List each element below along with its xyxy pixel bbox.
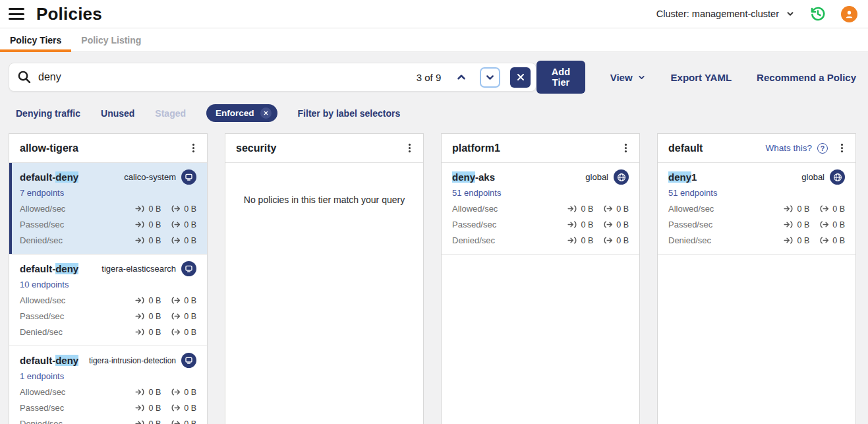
filter-label-selectors[interactable]: Filter by label selectors [298,108,401,119]
tier-column-security: security No policies in this tier match … [225,133,424,424]
egress-icon [171,403,181,413]
ingress-icon [567,220,577,229]
global-icon [614,169,629,185]
ingress-icon [784,204,794,214]
egress-value: 0 B [184,419,196,424]
policy-scope: global [801,172,825,182]
egress-icon [819,235,829,245]
view-dropdown[interactable]: View [610,72,646,83]
egress-icon [171,220,181,229]
search-highlight: deny [452,171,475,183]
tab-policy-tiers[interactable]: Policy Tiers [0,28,71,51]
search-clear-button[interactable] [510,67,531,88]
page-title: Policies [36,4,102,24]
policy-card[interactable]: deny-aks global 51 endpoints Allowed/sec… [442,163,639,255]
tab-policy-listing[interactable]: Policy Listing [71,28,151,51]
endpoints-link[interactable]: 51 endpoints [668,188,845,198]
policy-card[interactable]: default-deny calico-system 7 endpoints A… [9,163,207,255]
ingress-value: 0 B [581,236,593,245]
add-tier-button[interactable]: Add Tier [536,61,585,94]
recommend-policy-button[interactable]: Recommend a Policy [757,72,856,83]
endpoints-link[interactable]: 10 endpoints [20,280,196,289]
filter-staged[interactable]: Staged [155,108,186,119]
avatar[interactable] [841,6,857,22]
egress-value: 0 B [184,388,196,397]
tab-policy-tiers-label: Policy Tiers [10,35,61,45]
namespace-icon [181,353,196,368]
chevron-down-icon [484,72,496,83]
egress-icon [603,235,613,245]
policy-namespace: tigera-intrusion-detection [89,356,176,365]
search-next-button[interactable] [480,67,500,88]
egress-icon [171,204,181,214]
tier-column-allow-tigera: allow-tigera default-deny calico-system … [9,133,208,424]
ingress-icon [135,311,145,321]
search-result-count: 3 of 9 [417,72,442,83]
egress-value: 0 B [184,296,196,305]
history-button[interactable] [809,5,826,22]
kebab-menu-icon[interactable] [185,140,202,157]
ingress-icon [135,327,145,337]
endpoints-link[interactable]: 1 endpoints [20,371,196,381]
ingress-value: 0 B [797,204,809,214]
cluster-selector[interactable]: Cluster: management-cluster [656,9,795,19]
egress-icon [819,204,829,214]
history-icon [810,6,826,22]
egress-value: 0 B [184,404,196,413]
ingress-icon [135,220,145,229]
ingress-value: 0 B [148,204,161,214]
egress-value: 0 B [616,220,629,229]
ingress-value: 0 B [148,419,161,424]
kebab-menu-icon[interactable] [617,140,634,157]
search-prev-button[interactable] [453,69,470,86]
chevron-down-icon [786,9,795,18]
search-highlight: deny [55,355,78,366]
filter-denying-traffic[interactable]: Denying traffic [16,108,80,119]
tier-name: allow-tigera [20,142,78,154]
filter-enforced-chip[interactable]: Enforced [206,104,277,122]
tab-bar: Policy Tiers Policy Listing [0,28,868,52]
hamburger-menu-icon[interactable] [9,8,24,20]
egress-value: 0 B [616,236,629,245]
metric-label: Passed/sec [668,220,712,229]
metric-label: Allowed/sec [20,387,65,397]
tier-board: allow-tigera default-deny calico-system … [9,133,856,424]
egress-value: 0 B [832,236,845,245]
egress-icon [171,311,181,321]
ingress-icon [135,295,145,305]
ingress-value: 0 B [148,236,161,245]
ingress-icon [135,403,145,413]
close-icon [515,72,526,82]
metric-label: Denied/sec [20,419,63,424]
endpoints-link[interactable]: 7 endpoints [20,188,196,198]
metric-label: Allowed/sec [452,204,498,214]
filter-unused[interactable]: Unused [101,108,134,119]
ingress-icon [135,235,145,245]
ingress-value: 0 B [148,296,161,305]
remove-enforced-filter-button[interactable] [260,107,272,119]
namespace-icon [181,261,196,276]
policy-card[interactable]: deny1 global 51 endpoints Allowed/sec 0 … [658,163,855,255]
policy-card[interactable]: default-deny tigera-intrusion-detection … [9,346,207,424]
ingress-value: 0 B [581,220,593,229]
egress-value: 0 B [184,220,196,229]
policy-name: deny-aks [452,171,495,183]
ingress-value: 0 B [148,220,161,229]
endpoints-link[interactable]: 51 endpoints [452,188,629,198]
kebab-menu-icon[interactable] [401,140,418,157]
search-highlight: deny [55,171,78,183]
policy-card[interactable]: default-deny tigera-elasticsearch 10 end… [9,255,207,346]
search-input[interactable] [38,71,410,83]
export-yaml-button[interactable]: Export YAML [671,72,732,83]
whats-this-link[interactable]: Whats this? [765,143,812,153]
tier-name: security [236,142,276,154]
egress-icon [171,327,181,337]
policy-namespace: calico-system [124,172,176,182]
person-icon [844,9,855,20]
egress-icon [603,204,613,214]
help-icon[interactable]: ? [817,143,828,154]
ingress-value: 0 B [148,388,161,397]
ingress-icon [135,204,145,214]
ingress-value: 0 B [148,404,161,413]
kebab-menu-icon[interactable] [833,140,850,157]
